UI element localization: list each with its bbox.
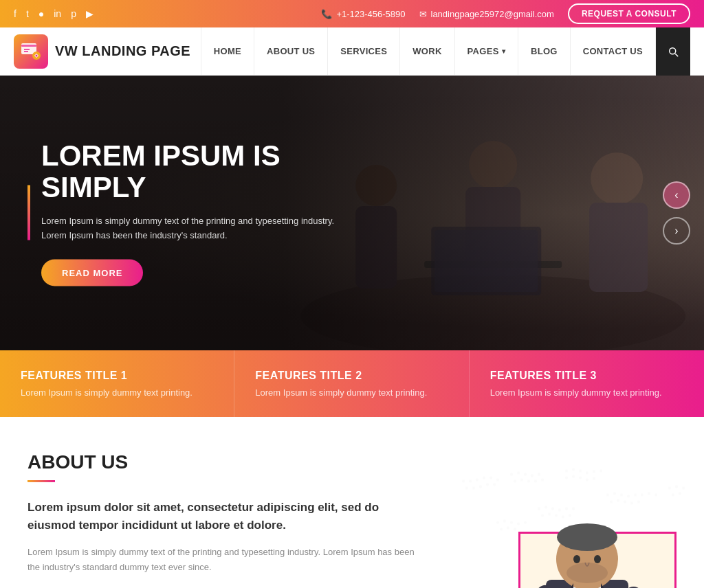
top-bar-right: 📞 +1-123-456-5890 ✉ landingpage25972@gma…: [321, 3, 690, 24]
feature-item-1: FEATURES TITLE 1 Lorem Ipsum is simply d…: [0, 350, 234, 417]
request-consult-button[interactable]: REQUEST A CONSULT: [568, 3, 690, 24]
feature-title-1: FEATURES TITLE 1: [21, 370, 213, 382]
search-button[interactable]: [656, 27, 690, 76]
facebook-icon[interactable]: f: [14, 8, 16, 19]
feature-desc-2: Lorem Ipsum is simply dummy text printin…: [255, 387, 448, 398]
nav-blog[interactable]: BLOG: [518, 27, 571, 76]
linkedin-icon[interactable]: in: [54, 8, 61, 19]
hero-text: LOREM IPSUM IS SIMPLY Lorem Ipsum is sim…: [28, 140, 371, 286]
svg-point-37: [565, 470, 568, 473]
feature-title-2: FEATURES TITLE 2: [255, 370, 448, 382]
hero-prev-button[interactable]: ‹: [663, 181, 690, 209]
hero-next-button[interactable]: ›: [663, 217, 690, 245]
feature-desc-3: Lorem Ipsum is simply dummy text printin…: [490, 387, 683, 398]
feature-item-3: FEATURES TITLE 3 Lorem Ipsum is simply d…: [470, 350, 704, 417]
logo-icon: [14, 34, 48, 69]
nav-links: HOME ABOUT US SERVICES WORK PAGES ▾ BLOG…: [201, 27, 690, 76]
svg-point-91: [573, 555, 580, 563]
about-image-area: [456, 477, 690, 588]
svg-point-31: [538, 473, 540, 476]
about-person-image: [484, 490, 690, 588]
email-icon: ✉: [419, 9, 427, 19]
nav-services[interactable]: SERVICES: [328, 27, 400, 76]
svg-point-27: [510, 473, 513, 476]
svg-point-92: [594, 555, 601, 563]
hero-arrows: ‹ ›: [663, 181, 690, 245]
hero-read-more-button[interactable]: READ MORE: [41, 259, 143, 286]
nav-work[interactable]: WORK: [400, 27, 454, 76]
svg-point-39: [579, 470, 582, 473]
feature-desc-1: Lorem Ipsum is simply dummy text printin…: [21, 387, 213, 398]
hero-content: LOREM IPSUM IS SIMPLY Lorem Ipsum is sim…: [28, 140, 371, 286]
hero-description: Lorem Ipsum is simply dummy text of the …: [41, 214, 371, 243]
about-body: Lorem Ipsum is simply dummy text of the …: [28, 545, 426, 575]
logo-svg: [20, 41, 42, 63]
phone-number: +1-123-456-5890: [336, 9, 405, 19]
email-info: ✉ landingpage25972@gmail.com: [419, 9, 554, 19]
person-svg: [491, 490, 683, 588]
svg-point-89: [557, 523, 617, 551]
nav-contact[interactable]: CONTACT US: [571, 27, 656, 76]
svg-point-28: [517, 472, 520, 475]
about-lead: Lorem ipsum dolor sit amet, consectetur …: [28, 499, 426, 534]
twitter-icon[interactable]: t: [26, 8, 29, 19]
phone-info: 📞 +1-123-456-5890: [321, 9, 405, 19]
social-icons: f t ● in p ▶: [14, 8, 94, 19]
top-bar: f t ● in p ▶ 📞 +1-123-456-5890 ✉ landing…: [0, 0, 704, 27]
about-content: ABOUT US Lorem ipsum dolor sit amet, con…: [28, 451, 426, 588]
svg-point-41: [593, 471, 595, 473]
nav-pages[interactable]: PAGES ▾: [455, 27, 518, 76]
feature-item-2: FEATURES TITLE 2 Lorem Ipsum is simply d…: [234, 350, 469, 417]
navbar: VW LANDING PAGE HOME ABOUT US SERVICES W…: [0, 27, 704, 76]
logo-text: VW LANDING PAGE: [55, 43, 190, 59]
svg-point-5: [36, 54, 38, 56]
svg-point-38: [572, 468, 575, 471]
about-section: ABOUT US Lorem ipsum dolor sit amet, con…: [0, 417, 704, 588]
logo[interactable]: VW LANDING PAGE: [14, 34, 190, 69]
email-address: landingpage25972@gmail.com: [431, 9, 554, 19]
svg-point-29: [524, 473, 527, 476]
svg-point-40: [586, 472, 588, 475]
about-underline: [28, 480, 55, 482]
youtube-icon[interactable]: ▶: [86, 8, 94, 19]
hero-accent-line: [28, 185, 30, 240]
features-bar: FEATURES TITLE 1 Lorem Ipsum is simply d…: [0, 350, 704, 417]
chevron-down-icon: ▾: [502, 47, 505, 55]
svg-point-42: [600, 470, 602, 473]
nav-about[interactable]: ABOUT US: [254, 27, 328, 76]
pinterest-icon[interactable]: p: [71, 8, 76, 19]
phone-icon: 📞: [321, 9, 332, 19]
hero-title: LOREM IPSUM IS SIMPLY: [41, 140, 371, 203]
about-title: ABOUT US: [28, 451, 426, 473]
feature-title-3: FEATURES TITLE 3: [490, 370, 683, 382]
search-icon: [667, 45, 679, 58]
hero-section: LOREM IPSUM IS SIMPLY Lorem Ipsum is sim…: [0, 76, 704, 350]
svg-rect-1: [21, 45, 36, 47]
instagram-icon[interactable]: ●: [38, 8, 44, 19]
nav-home[interactable]: HOME: [201, 27, 254, 76]
